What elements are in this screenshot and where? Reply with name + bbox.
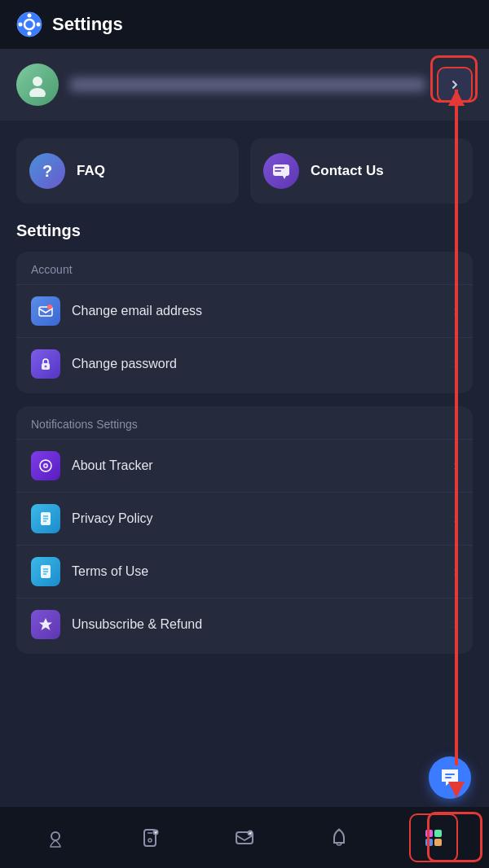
svg-point-2 bbox=[28, 14, 32, 18]
lock-icon bbox=[31, 349, 60, 379]
about-tracker-chevron: › bbox=[454, 458, 458, 473]
svg-point-6 bbox=[33, 77, 42, 86]
page-title: Settings bbox=[52, 14, 123, 35]
more-grid-icon bbox=[422, 826, 445, 849]
svg-rect-29 bbox=[445, 774, 455, 775]
change-email-chevron: › bbox=[454, 304, 458, 318]
nav-map[interactable] bbox=[31, 813, 80, 862]
unsubscribe-label: Unsubscribe & Refund bbox=[72, 617, 443, 632]
svg-rect-39 bbox=[425, 830, 433, 837]
faq-card[interactable]: ? FAQ bbox=[16, 138, 239, 204]
svg-rect-30 bbox=[445, 777, 452, 778]
svg-point-5 bbox=[37, 23, 41, 27]
faq-icon: ? bbox=[29, 153, 65, 189]
avatar bbox=[16, 64, 59, 106]
change-password-item[interactable]: Change password › bbox=[16, 337, 473, 390]
terms-of-use-chevron: › bbox=[454, 564, 458, 579]
messages-icon bbox=[234, 827, 255, 848]
notifications-icon bbox=[328, 827, 350, 848]
nav-more[interactable] bbox=[409, 813, 458, 862]
svg-point-31 bbox=[51, 832, 59, 840]
nav-messages[interactable] bbox=[220, 813, 269, 862]
svg-point-7 bbox=[29, 88, 46, 97]
terms-icon bbox=[31, 557, 60, 586]
settings-section-title: Settings bbox=[16, 221, 473, 240]
main-content: ? FAQ Contact Us Settings Account bbox=[0, 122, 489, 654]
profile-chevron-button[interactable] bbox=[437, 67, 473, 103]
bottom-navigation bbox=[0, 807, 489, 868]
settings-app-icon bbox=[16, 11, 42, 37]
chat-fab-button[interactable] bbox=[429, 756, 471, 799]
app-header: Settings bbox=[0, 0, 489, 49]
contact-label: Contact Us bbox=[311, 163, 384, 179]
change-password-chevron: › bbox=[454, 357, 458, 371]
nav-tracker[interactable] bbox=[126, 813, 174, 862]
svg-point-17 bbox=[45, 366, 47, 368]
profile-name-blurred bbox=[70, 77, 425, 92]
notifications-section-label: Notifications Settings bbox=[16, 418, 473, 439]
change-password-label: Change password bbox=[72, 357, 443, 371]
contact-icon bbox=[263, 153, 299, 189]
svg-rect-42 bbox=[434, 839, 442, 846]
svg-rect-41 bbox=[425, 839, 433, 846]
privacy-icon bbox=[31, 504, 60, 533]
unsubscribe-chevron: › bbox=[454, 617, 458, 632]
unsubscribe-item[interactable]: Unsubscribe & Refund › bbox=[16, 598, 473, 651]
privacy-policy-item[interactable]: Privacy Policy › bbox=[16, 492, 473, 545]
profile-row bbox=[0, 49, 489, 121]
map-icon bbox=[45, 827, 66, 848]
nav-notifications[interactable] bbox=[315, 813, 363, 862]
tracker-nav-icon bbox=[139, 827, 161, 848]
svg-point-20 bbox=[45, 465, 47, 467]
svg-point-15 bbox=[47, 305, 52, 309]
terms-of-use-label: Terms of Use bbox=[72, 564, 443, 579]
faq-label: FAQ bbox=[77, 163, 105, 179]
svg-rect-40 bbox=[434, 830, 442, 837]
svg-rect-13 bbox=[275, 170, 281, 172]
privacy-policy-label: Privacy Policy bbox=[72, 511, 443, 526]
terms-of-use-item[interactable]: Terms of Use › bbox=[16, 545, 473, 598]
notifications-card: Notifications Settings About Tracker › bbox=[16, 406, 473, 654]
quick-actions-row: ? FAQ Contact Us bbox=[16, 138, 473, 204]
svg-point-33 bbox=[148, 839, 152, 842]
privacy-policy-chevron: › bbox=[454, 511, 458, 526]
email-icon bbox=[31, 296, 60, 326]
svg-point-37 bbox=[248, 830, 253, 835]
svg-point-35 bbox=[153, 829, 159, 835]
change-email-item[interactable]: Change email address › bbox=[16, 284, 473, 337]
about-tracker-label: About Tracker bbox=[72, 458, 443, 473]
unsub-icon bbox=[31, 610, 60, 639]
svg-point-3 bbox=[28, 32, 32, 36]
about-tracker-item[interactable]: About Tracker › bbox=[16, 439, 473, 492]
svg-point-4 bbox=[19, 23, 23, 27]
svg-rect-12 bbox=[275, 167, 284, 169]
tracker-icon bbox=[31, 451, 60, 480]
account-card: Account Change email address › bbox=[16, 252, 473, 393]
change-email-label: Change email address bbox=[72, 304, 443, 318]
contact-us-card[interactable]: Contact Us bbox=[250, 138, 473, 204]
account-section-label: Account bbox=[16, 263, 473, 284]
